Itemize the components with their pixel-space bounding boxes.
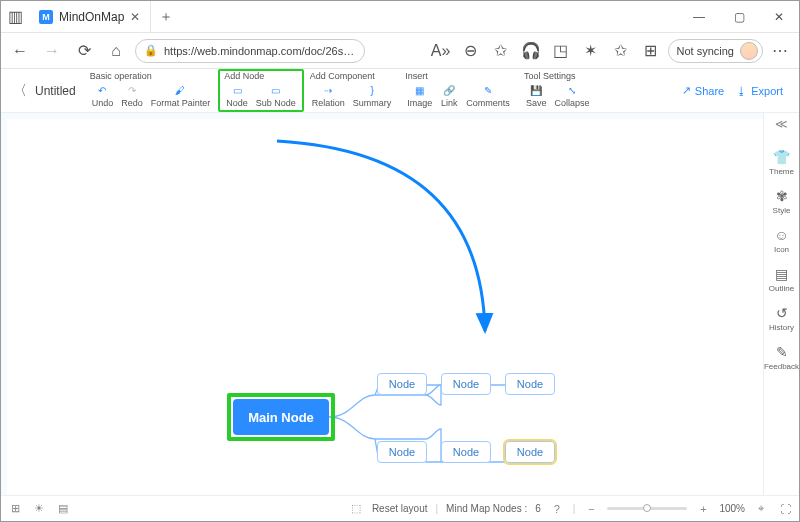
canvas-wrap: Main Node Node Node Node Node Node Node bbox=[1, 113, 763, 495]
center-icon[interactable]: ⌖ bbox=[753, 502, 769, 515]
undo-button[interactable]: ↶Undo bbox=[88, 83, 118, 108]
export-icon: ⭳ bbox=[736, 85, 747, 97]
reset-layout-label[interactable]: Reset layout bbox=[372, 503, 428, 514]
url-text: https://web.mindonmap.com/doc/26s3RevDue… bbox=[164, 45, 356, 57]
avatar bbox=[740, 42, 758, 60]
maximize-button[interactable]: ▢ bbox=[719, 1, 759, 33]
image-icon: ▦ bbox=[412, 83, 428, 97]
edge-lines bbox=[7, 119, 767, 495]
tab-title: MindOnMap bbox=[59, 10, 124, 24]
home-button[interactable]: ⌂ bbox=[103, 38, 129, 64]
history-icon: ↺ bbox=[776, 305, 788, 321]
read-aloud-icon[interactable]: A» bbox=[428, 38, 454, 64]
collapse-icon: ⤡ bbox=[564, 83, 580, 97]
layers-icon[interactable]: ▤ bbox=[55, 502, 71, 515]
group-add-component: Add Component ⇢Relation }Summary bbox=[304, 69, 400, 112]
side-outline[interactable]: ▤Outline bbox=[764, 260, 799, 299]
site-icon: M bbox=[39, 10, 53, 24]
title-bar: ▥ M MindOnMap ✕ ＋ — ▢ ✕ bbox=[1, 1, 799, 33]
undo-icon: ↶ bbox=[94, 83, 110, 97]
comments-button[interactable]: ✎Comments bbox=[462, 83, 514, 108]
close-button[interactable]: ✕ bbox=[759, 1, 799, 33]
doc-title[interactable]: Untitled bbox=[35, 84, 76, 98]
app: 〈 Untitled Basic operation ↶Undo ↷Redo 🖌… bbox=[1, 69, 799, 521]
profile-sync[interactable]: Not syncing bbox=[668, 39, 763, 63]
grid-icon[interactable]: ⊞ bbox=[7, 502, 23, 515]
url-box[interactable]: 🔒 https://web.mindonmap.com/doc/26s3RevD… bbox=[135, 39, 365, 63]
group-tool-settings-label: Tool Settings bbox=[522, 71, 594, 83]
sub-node-icon: ▭ bbox=[268, 83, 284, 97]
theme-icon: 👕 bbox=[773, 149, 790, 165]
extensions-icon[interactable]: ✶ bbox=[578, 38, 604, 64]
style-icon: ✾ bbox=[776, 188, 788, 204]
add-sub-node-button[interactable]: ▭Sub Node bbox=[252, 83, 300, 108]
summary-icon: } bbox=[364, 83, 380, 97]
side-feedback[interactable]: ✎Feedback bbox=[764, 338, 799, 377]
refresh-button[interactable]: ⟳ bbox=[71, 38, 97, 64]
sun-icon[interactable]: ☀ bbox=[31, 502, 47, 515]
image-button[interactable]: ▦Image bbox=[403, 83, 436, 108]
side-history[interactable]: ↺History bbox=[764, 299, 799, 338]
collapse-button[interactable]: ⤡Collapse bbox=[550, 83, 593, 108]
side-theme[interactable]: 👕Theme bbox=[764, 143, 799, 182]
side-collapse-icon[interactable]: ≪ bbox=[775, 117, 788, 137]
group-basic-label: Basic operation bbox=[88, 71, 215, 83]
headphones-icon[interactable]: 🎧 bbox=[518, 38, 544, 64]
sub-node-editing[interactable]: Node bbox=[505, 441, 555, 463]
feedback-icon: ✎ bbox=[776, 344, 788, 360]
sub-node[interactable]: Node bbox=[377, 441, 427, 463]
zoom-slider[interactable] bbox=[607, 507, 687, 510]
back-button[interactable]: ← bbox=[7, 38, 33, 64]
body-row: Main Node Node Node Node Node Node Node … bbox=[1, 113, 799, 495]
reset-layout-icon[interactable]: ⬚ bbox=[348, 502, 364, 515]
collections-icon[interactable]: ⊞ bbox=[638, 38, 664, 64]
forward-button[interactable]: → bbox=[39, 38, 65, 64]
sub-node[interactable]: Node bbox=[441, 441, 491, 463]
zoom-value: 100% bbox=[719, 503, 745, 514]
sub-node[interactable]: Node bbox=[441, 373, 491, 395]
fullscreen-icon[interactable]: ⛶ bbox=[777, 503, 793, 515]
status-left: ⊞ ☀ ▤ bbox=[7, 502, 71, 515]
group-add-node-label: Add Node bbox=[222, 71, 300, 83]
close-icon[interactable]: ✕ bbox=[130, 10, 140, 24]
toolbar-groups: Basic operation ↶Undo ↷Redo 🖌Format Pain… bbox=[84, 69, 598, 112]
sub-node[interactable]: Node bbox=[505, 373, 555, 395]
tab-mindonmap[interactable]: M MindOnMap ✕ bbox=[29, 1, 151, 32]
favorite-icon[interactable]: ✩ bbox=[488, 38, 514, 64]
more-icon[interactable]: ⋯ bbox=[767, 38, 793, 64]
side-style[interactable]: ✾Style bbox=[764, 182, 799, 221]
redo-button[interactable]: ↷Redo bbox=[117, 83, 147, 108]
main-node[interactable]: Main Node bbox=[233, 399, 329, 435]
add-node-button[interactable]: ▭Node bbox=[222, 83, 252, 108]
new-tab-button[interactable]: ＋ bbox=[151, 8, 181, 26]
group-tool-settings: Tool Settings 💾Save ⤡Collapse bbox=[518, 69, 598, 112]
nodes-label: Mind Map Nodes : bbox=[446, 503, 527, 514]
share-button[interactable]: ↗Share bbox=[682, 84, 724, 97]
format-painter-button[interactable]: 🖌Format Painter bbox=[147, 83, 215, 108]
tab-overview-icon[interactable]: ▥ bbox=[1, 7, 29, 26]
save-button[interactable]: 💾Save bbox=[522, 83, 551, 108]
sub-node[interactable]: Node bbox=[377, 373, 427, 395]
minimize-button[interactable]: — bbox=[679, 1, 719, 33]
zoom-handle[interactable] bbox=[643, 504, 651, 512]
status-right: ⬚ Reset layout | Mind Map Nodes : 6 ? | … bbox=[348, 502, 793, 515]
tab-strip: M MindOnMap ✕ ＋ bbox=[29, 1, 679, 32]
relation-button[interactable]: ⇢Relation bbox=[308, 83, 349, 108]
redo-icon: ↷ bbox=[124, 83, 140, 97]
save-icon: 💾 bbox=[528, 83, 544, 97]
group-add-node: Add Node ▭Node ▭Sub Node bbox=[218, 69, 304, 112]
zoom-out-icon[interactable]: ⊖ bbox=[458, 38, 484, 64]
link-button[interactable]: 🔗Link bbox=[436, 83, 462, 108]
canvas[interactable]: Main Node Node Node Node Node Node Node bbox=[7, 119, 763, 495]
zoom-in-button[interactable]: + bbox=[695, 503, 711, 515]
side-icon[interactable]: ☺Icon bbox=[764, 221, 799, 260]
favorites-list-icon[interactable]: ✩ bbox=[608, 38, 634, 64]
export-button[interactable]: ⭳Export bbox=[736, 85, 783, 97]
zoom-out-button[interactable]: − bbox=[583, 503, 599, 515]
help-icon[interactable]: ? bbox=[549, 503, 565, 515]
summary-button[interactable]: }Summary bbox=[349, 83, 396, 108]
back-chevron-icon[interactable]: 〈 bbox=[13, 82, 27, 100]
cube-icon[interactable]: ◳ bbox=[548, 38, 574, 64]
sync-label: Not syncing bbox=[677, 45, 734, 57]
nodes-count: 6 bbox=[535, 503, 541, 514]
